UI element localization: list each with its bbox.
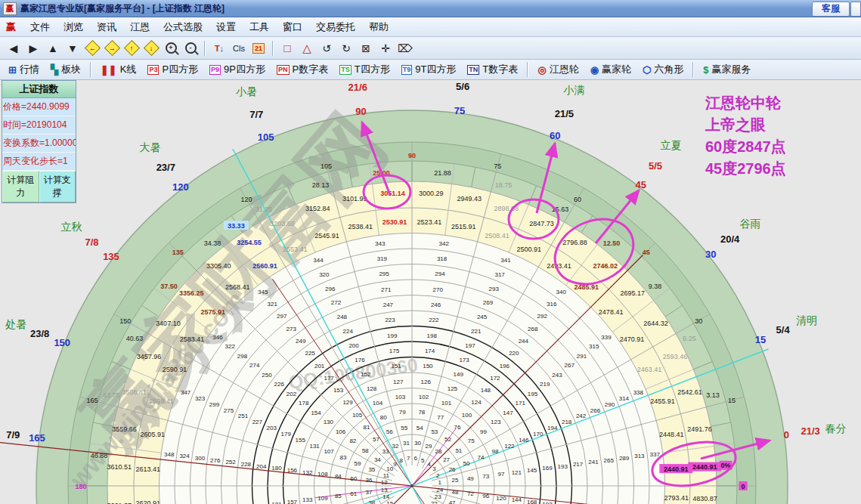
spiral-number: 324 bbox=[179, 453, 190, 459]
spiral-number: 314 bbox=[619, 395, 630, 402]
spiral-number: 203 bbox=[267, 425, 277, 431]
spiral-number: 129 bbox=[342, 399, 353, 406]
ring-label: 28.13 bbox=[312, 181, 330, 189]
calc-support-button[interactable]: 计算支撑 bbox=[39, 171, 76, 203]
menu-item-5[interactable]: 设置 bbox=[209, 20, 243, 34]
ribbon-item-六角形[interactable]: ⬡六角形 bbox=[637, 61, 689, 78]
menu-item-2[interactable]: 资讯 bbox=[90, 20, 123, 34]
rim-solar-term-label: 处暑 bbox=[5, 318, 26, 330]
app-logo-icon: 赢 bbox=[3, 2, 17, 15]
menu-item-9[interactable]: 帮助 bbox=[362, 20, 395, 34]
square-tool-icon[interactable]: □ bbox=[278, 40, 296, 57]
nav-right-icon[interactable]: ▶ bbox=[24, 40, 42, 57]
spiral-number: 144 bbox=[512, 496, 522, 503]
spiral-number: 49 bbox=[467, 475, 474, 482]
window-title: 赢家江恩专业版[赢家服务平台] - [上证指数 江恩轮] bbox=[20, 2, 225, 15]
ring-label: 2478.41 bbox=[599, 308, 624, 316]
delete-box-icon[interactable]: ⊠ bbox=[357, 40, 375, 57]
clear-icon[interactable]: ⌦ bbox=[396, 40, 414, 57]
triangle-tool-icon[interactable]: △ bbox=[298, 40, 316, 57]
spiral-number: 33 bbox=[382, 448, 389, 455]
spiral-number: 271 bbox=[381, 286, 392, 293]
ring-label: 2568.41 bbox=[225, 283, 250, 291]
spiral-number: 344 bbox=[313, 257, 324, 264]
rotate-cw-icon[interactable]: ↻ bbox=[337, 40, 355, 57]
spiral-number: 78 bbox=[418, 409, 425, 416]
spiral-number: 225 bbox=[305, 350, 315, 357]
ribbon-item-赢家服务[interactable]: $赢家服务 bbox=[698, 61, 756, 78]
spiral-number: 96 bbox=[482, 493, 489, 499]
nav-left-icon[interactable]: ◀ bbox=[5, 40, 23, 57]
ribbon-item-赢家轮[interactable]: ◉赢家轮 bbox=[585, 61, 636, 78]
ribbon-item-江恩轮[interactable]: ◎江恩轮 bbox=[532, 61, 584, 78]
spiral-number: 295 bbox=[379, 271, 389, 277]
spiral-number: 169 bbox=[542, 465, 553, 472]
spiral-number: 56 bbox=[386, 428, 393, 435]
partial-button[interactable] bbox=[850, 2, 861, 17]
ribbon-item-P数字表[interactable]: PNP数字表 bbox=[271, 61, 333, 78]
ribbon-item-板块[interactable]: ▚板块 bbox=[45, 61, 86, 78]
menu-item-1[interactable]: 浏览 bbox=[57, 20, 90, 34]
rim-degree-label: 135 bbox=[103, 251, 119, 262]
spiral-number: 4 bbox=[427, 461, 431, 468]
spiral-number: 15 bbox=[386, 500, 393, 504]
zoom-out-icon[interactable]: - bbox=[181, 40, 200, 57]
ribbon-item-行情[interactable]: ⊞行情 bbox=[3, 61, 45, 78]
menu-item-8[interactable]: 交易委托 bbox=[309, 20, 362, 34]
ring-label: 2455.91 bbox=[650, 397, 675, 405]
spiral-number: 222 bbox=[429, 317, 439, 323]
pan-up-icon[interactable]: ↑ bbox=[122, 40, 141, 57]
pan-left-icon[interactable]: ← bbox=[83, 40, 101, 57]
spiral-number: 172 bbox=[490, 375, 500, 382]
ribbon-item-9T四方形[interactable]: T99T四方形 bbox=[396, 61, 462, 78]
spiral-number: 267 bbox=[565, 362, 575, 369]
ring-label: 2593.46 bbox=[663, 353, 688, 360]
rim-degree-label: 0 bbox=[784, 429, 789, 441]
ring-label: 3508.81 bbox=[122, 388, 147, 396]
nav-up-icon[interactable]: ▲ bbox=[44, 40, 62, 57]
menu-item-0[interactable]: 文件 bbox=[23, 20, 57, 34]
zoom-in-icon[interactable]: + bbox=[162, 40, 180, 57]
ribbon-item-T四方形[interactable]: TST四方形 bbox=[334, 61, 395, 78]
spiral-number: 272 bbox=[331, 299, 342, 306]
rim-solar-term-label: 立秋 bbox=[60, 221, 82, 233]
calc-resistance-button[interactable]: 计算阻力 bbox=[2, 171, 39, 203]
menu-item-6[interactable]: 工具 bbox=[243, 20, 276, 34]
quote-panel: 上证指数 价格=2440.9099 时间=20190104 变换系数=1.000… bbox=[2, 80, 76, 203]
collapse-icon[interactable]: ✛ bbox=[376, 40, 395, 57]
calendar-icon[interactable]: 21 bbox=[249, 40, 268, 57]
ribbon-separator bbox=[692, 62, 694, 77]
ring-label: 0 bbox=[741, 483, 745, 490]
customer-service-button[interactable]: 客服 bbox=[812, 2, 850, 17]
spiral-number: 242 bbox=[576, 413, 587, 419]
rim-degree-label: 45 bbox=[635, 179, 646, 190]
ribbon-item-P四方形[interactable]: P3P四方形 bbox=[142, 61, 203, 78]
cls-button[interactable]: Cls bbox=[230, 40, 248, 57]
nav-down-icon[interactable]: ▼ bbox=[63, 40, 82, 57]
spiral-number: 227 bbox=[252, 419, 263, 425]
ring-label: 37.50 bbox=[160, 283, 178, 290]
pan-right-icon[interactable]: → bbox=[103, 40, 121, 57]
ribbon-item-label: 9T四方形 bbox=[415, 63, 456, 76]
ribbon-item-K线[interactable]: ❚❚K线 bbox=[95, 61, 141, 78]
wheel-center bbox=[410, 484, 413, 487]
spiral-number: 220 bbox=[509, 350, 519, 357]
menu-item-4[interactable]: 公式选股 bbox=[156, 20, 209, 34]
spiral-number: 126 bbox=[421, 379, 432, 385]
spiral-number: 97 bbox=[498, 471, 505, 478]
spiral-number: 53 bbox=[431, 428, 438, 435]
pan-down-icon[interactable]: ↓ bbox=[142, 40, 160, 57]
spiral-number: 147 bbox=[503, 410, 513, 416]
ribbon-item-label: 赢家服务 bbox=[712, 63, 751, 76]
t-scale-icon[interactable]: T↓ bbox=[210, 40, 228, 57]
spiral-number: 5 bbox=[421, 457, 425, 464]
rotate-ccw-icon[interactable]: ↺ bbox=[317, 40, 336, 57]
menu-item-3[interactable]: 江恩 bbox=[123, 20, 156, 34]
ribbon-item-T数字表[interactable]: TNT数字表 bbox=[462, 61, 523, 78]
spiral-number: 121 bbox=[512, 469, 522, 476]
ring-label: 75 bbox=[494, 162, 501, 170]
menu-item-7[interactable]: 窗口 bbox=[276, 20, 309, 34]
spiral-number: 1 bbox=[438, 479, 441, 486]
ring-label: 3305.40 bbox=[206, 262, 231, 270]
ribbon-item-9P四方形[interactable]: P99P四方形 bbox=[204, 61, 271, 78]
